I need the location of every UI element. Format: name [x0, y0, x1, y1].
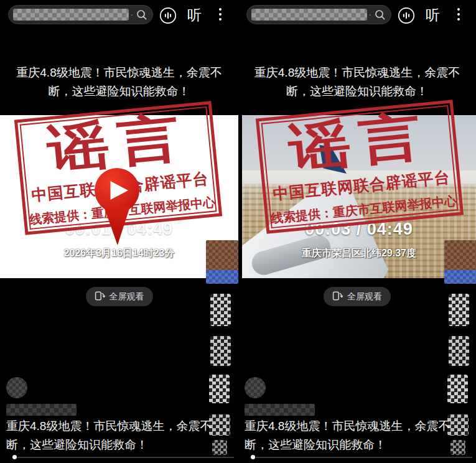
progress-bar[interactable]: [17, 457, 234, 458]
search-text-blurred: [251, 9, 367, 21]
progress-handle[interactable]: [251, 455, 255, 459]
video-title: 重庆4.8级地震！市民惊魂逃生，余震不断，这些避险知识能救命！: [247, 63, 467, 101]
panel-right: · 听 重庆4.8级地震！市民惊魂逃生，余震不断，这些避险知识能救命！ 00:0…: [238, 0, 476, 463]
progress-handle[interactable]: [12, 455, 17, 459]
video-caption: 重庆4.8级地震！市民惊魂逃生，余震不断，这些避险知识能救命！: [245, 417, 464, 454]
uploader-avatar-blurred[interactable]: [206, 240, 238, 284]
author-username-blurred[interactable]: [6, 404, 77, 416]
stamp-org: 中国互联网联合辟谣平台: [265, 166, 458, 205]
search-bar[interactable]: ·: [246, 5, 391, 24]
video-overlay-caption: 2026年3月16日14时23分: [0, 247, 238, 260]
uploader-avatar-blurred[interactable]: [444, 240, 476, 284]
search-separator-dot: ·: [368, 9, 371, 19]
phone-rotate-icon: [95, 291, 105, 303]
phone-rotate-icon: [332, 291, 343, 303]
rumor-stamp: 谣言 中国互联网联合辟谣平台 线索提供：重庆市互联网举报中心: [256, 100, 464, 234]
fullscreen-button-label: 全屏观看: [110, 291, 144, 302]
action-icon-blurred[interactable]: [449, 294, 469, 326]
fullscreen-button[interactable]: 全屏观看: [86, 287, 153, 306]
video-overlay-caption: 重庆市荣昌区北纬29.37度: [242, 247, 476, 260]
kebab-menu-icon[interactable]: [219, 8, 222, 21]
author-avatar[interactable]: [245, 377, 266, 398]
search-separator-dot: ·: [130, 9, 133, 19]
panel-left: · 听 重庆4.8级地震！市民惊魂逃生，余震不断，这些避险知识能救命！ 00:0…: [0, 0, 238, 463]
search-text-blurred: [13, 9, 129, 21]
listen-button[interactable]: 听: [426, 6, 441, 25]
fullscreen-button-label: 全屏观看: [347, 291, 382, 302]
search-bar[interactable]: ·: [8, 5, 153, 24]
action-icon-blurred[interactable]: [209, 375, 230, 403]
action-icon-blurred[interactable]: [449, 336, 469, 366]
action-icon-blurred[interactable]: [210, 294, 231, 326]
video-title: 重庆4.8级地震！市民惊魂逃生，余震不断，这些避险知识能救命！: [9, 63, 230, 101]
screenshot-canvas: · 听 重庆4.8级地震！市民惊魂逃生，余震不断，这些避险知识能救命！ 00:0…: [0, 0, 476, 463]
kebab-menu-icon[interactable]: [457, 8, 460, 21]
location-pin-icon: [95, 168, 139, 246]
listen-circle-icon[interactable]: [159, 7, 177, 24]
author-avatar[interactable]: [6, 377, 27, 398]
search-icon[interactable]: [136, 9, 147, 23]
progress-bar[interactable]: [256, 457, 472, 458]
listen-circle-icon[interactable]: [398, 7, 415, 24]
listen-button[interactable]: 听: [187, 6, 202, 25]
video-caption: 重庆4.8级地震！市民惊魂逃生，余震不断，这些避险知识能救命！: [6, 417, 225, 454]
author-username-blurred[interactable]: [245, 404, 315, 416]
fullscreen-button[interactable]: 全屏观看: [324, 287, 391, 306]
search-icon[interactable]: [375, 9, 386, 23]
action-icon-blurred[interactable]: [210, 336, 231, 366]
action-icon-blurred[interactable]: [447, 375, 468, 403]
stamp-word: 谣言: [246, 106, 472, 177]
